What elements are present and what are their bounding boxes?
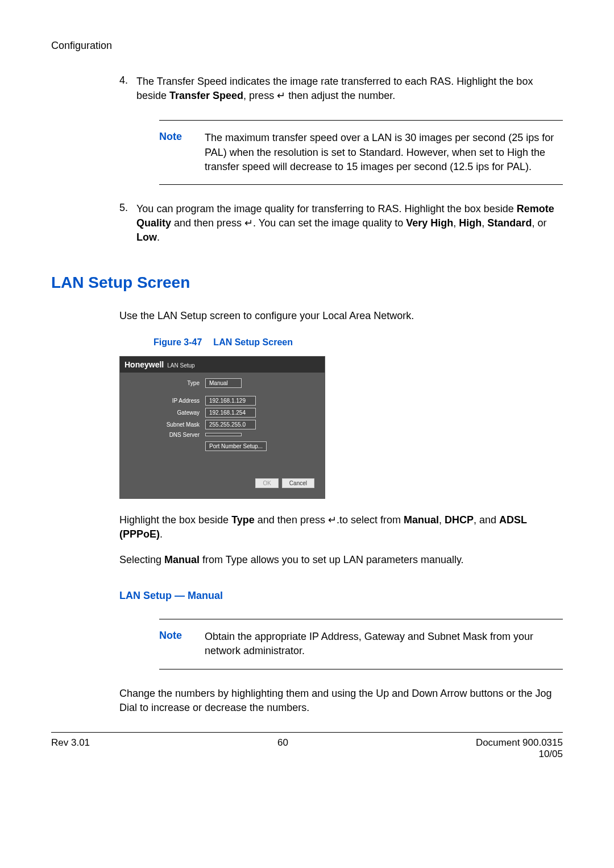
note-label: Note bbox=[159, 630, 205, 642]
ok-button[interactable]: OK bbox=[255, 478, 278, 488]
note-block-2: Note Obtain the appropriate IP Address, … bbox=[159, 619, 563, 669]
text: , bbox=[453, 217, 459, 229]
enter-icon: ↵ bbox=[277, 90, 285, 101]
bold-very-high: Very High bbox=[406, 217, 453, 229]
text: . You can set the image quality to bbox=[253, 217, 406, 229]
text: .to select from bbox=[337, 514, 404, 526]
text: . bbox=[160, 528, 163, 540]
lan-titlebar: Honeywell LAN Setup bbox=[120, 357, 325, 373]
footer-rev: Rev 3.01 bbox=[51, 737, 90, 760]
page-footer: Rev 3.01 60 Document 900.0315 10/05 bbox=[51, 732, 563, 760]
dns-label: DNS Server bbox=[126, 432, 205, 438]
figure-number: Figure 3-47 bbox=[154, 337, 202, 347]
step-4: 4. The Transfer Speed indicates the imag… bbox=[119, 75, 563, 103]
step-4-num: 4. bbox=[119, 75, 136, 86]
text: , bbox=[482, 217, 487, 229]
subnet-field[interactable]: 255.255.255.0 bbox=[205, 420, 256, 429]
type-instruction: Highlight the box beside Type and then p… bbox=[119, 513, 563, 542]
text: , bbox=[439, 514, 445, 526]
footer-page-number: 60 bbox=[277, 737, 288, 760]
subnet-label: Subnet Mask bbox=[126, 421, 205, 428]
text: and then press bbox=[171, 217, 244, 229]
cancel-button[interactable]: Cancel bbox=[282, 478, 314, 488]
note-label: Note bbox=[159, 131, 205, 143]
bold-high: High bbox=[459, 217, 482, 229]
footer-date: 10/05 bbox=[476, 749, 563, 760]
enter-icon: ↵ bbox=[328, 514, 337, 526]
ip-field[interactable]: 192.168.1.129 bbox=[205, 396, 256, 406]
step-5-num: 5. bbox=[119, 202, 136, 214]
heading-lan-setup: LAN Setup Screen bbox=[51, 274, 563, 292]
gateway-label: Gateway bbox=[126, 410, 205, 416]
figure-caption: Figure 3-47LAN Setup Screen bbox=[154, 337, 563, 348]
bold-low: Low bbox=[136, 232, 157, 243]
change-numbers-text: Change the numbers by highlighting them … bbox=[119, 687, 563, 715]
text: from Type allows you to set up LAN param… bbox=[200, 554, 464, 565]
type-field[interactable]: Manual bbox=[205, 378, 242, 388]
text: then adjust the number. bbox=[285, 90, 395, 101]
lan-title-text: LAN Setup bbox=[167, 362, 194, 369]
port-number-setup-button[interactable]: Port Number Setup... bbox=[205, 441, 267, 451]
enter-icon: ↵ bbox=[244, 217, 253, 229]
text: Selecting bbox=[119, 554, 164, 565]
intro-text: Use the LAN Setup screen to configure yo… bbox=[119, 309, 563, 323]
subheading-lan-manual: LAN Setup — Manual bbox=[119, 590, 563, 602]
note-text: Obtain the appropriate IP Address, Gatew… bbox=[205, 630, 563, 658]
bold-manual: Manual bbox=[164, 554, 200, 565]
step-5: 5. You can program the image quality for… bbox=[119, 202, 563, 245]
text: . bbox=[157, 232, 160, 243]
note-text: The maximum transfer speed over a LAN is… bbox=[205, 131, 563, 174]
text: You can program the image quality for tr… bbox=[136, 203, 517, 214]
lan-setup-screenshot: Honeywell LAN Setup Type Manual IP Addre… bbox=[119, 356, 325, 499]
bold-manual: Manual bbox=[404, 514, 439, 526]
text: Highlight the box beside bbox=[119, 514, 231, 526]
ip-label: IP Address bbox=[126, 398, 205, 404]
step-5-text: You can program the image quality for tr… bbox=[136, 202, 563, 245]
note-block-1: Note The maximum transfer speed over a L… bbox=[159, 120, 563, 185]
text: , or bbox=[532, 217, 546, 229]
text: , press bbox=[243, 90, 277, 101]
step-4-text: The Transfer Speed indicates the image r… bbox=[136, 75, 563, 103]
manual-instruction: Selecting Manual from Type allows you to… bbox=[119, 553, 563, 567]
brand-logo: Honeywell bbox=[125, 360, 164, 369]
gateway-field[interactable]: 192.168.1.254 bbox=[205, 408, 256, 418]
text: , and bbox=[474, 514, 499, 526]
dns-field[interactable] bbox=[205, 433, 242, 436]
page-header: Configuration bbox=[51, 40, 563, 52]
text: and then press bbox=[255, 514, 328, 526]
bold-dhcp: DHCP bbox=[445, 514, 474, 526]
bold-standard: Standard bbox=[487, 217, 532, 229]
type-label: Type bbox=[126, 380, 205, 386]
figure-title: LAN Setup Screen bbox=[213, 337, 293, 347]
bold-transfer-speed: Transfer Speed bbox=[169, 90, 243, 101]
footer-doc-number: Document 900.0315 bbox=[476, 737, 563, 749]
bold-type: Type bbox=[231, 514, 255, 526]
